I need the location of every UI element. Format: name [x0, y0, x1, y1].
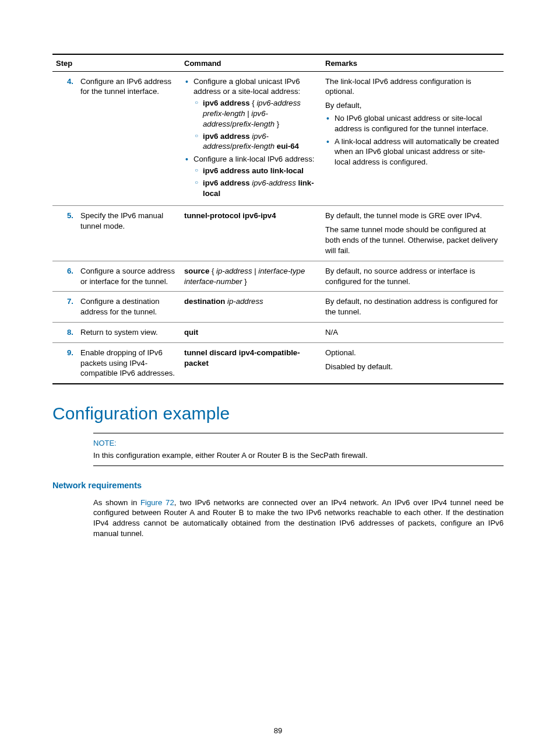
table-row: 7. Configure a destination address for t… [52, 292, 504, 323]
step-remarks: N/A [322, 322, 504, 342]
step-command: tunnel-protocol ipv6-ipv4 [181, 206, 322, 261]
step-desc: Configure a source address or interface … [77, 261, 181, 292]
step-number: 9. [52, 342, 77, 384]
step-command: destination ip-address [181, 292, 322, 323]
step-remarks: By default, no source address or interfa… [322, 261, 504, 292]
step-desc: Return to system view. [77, 322, 181, 342]
step-number: 6. [52, 261, 77, 292]
table-row: 6. Configure a source address or interfa… [52, 261, 504, 292]
step-remarks: By default, the tunnel mode is GRE over … [322, 206, 504, 261]
step-number: 4. [52, 71, 77, 206]
col-command: Command [181, 54, 322, 71]
table-row: 9. Enable dropping of IPv6 packets using… [52, 342, 504, 384]
note-text: In this configuration example, either Ro… [93, 450, 504, 461]
table-header-row: Step Command Remarks [52, 54, 504, 71]
step-command: quit [181, 322, 322, 342]
step-number: 5. [52, 206, 77, 261]
step-desc: Configure a destination address for the … [77, 292, 181, 323]
step-number: 7. [52, 292, 77, 323]
step-command: source { ip-address | interface-type int… [181, 261, 322, 292]
table-row: 5. Specify the IPv6 manual tunnel mode. … [52, 206, 504, 261]
figure-ref-link[interactable]: Figure 72 [140, 498, 174, 507]
step-desc: Configure an IPv6 address for the tunnel… [77, 71, 181, 206]
step-desc: Specify the IPv6 manual tunnel mode. [77, 206, 181, 261]
step-remarks: By default, no destination address is co… [322, 292, 504, 323]
col-step: Step [52, 54, 181, 71]
body-paragraph: As shown in Figure 72, two IPv6 networks… [93, 498, 504, 539]
col-remarks: Remarks [322, 54, 504, 71]
step-number: 8. [52, 322, 77, 342]
sub-heading: Network requirements [52, 480, 504, 492]
steps-table: Step Command Remarks 4. Configure an IPv… [52, 54, 504, 384]
step-remarks: The link-local IPv6 address configuratio… [322, 71, 504, 206]
step-remarks: Optional.Disabled by default. [322, 342, 504, 384]
note-box: NOTE: In this configuration example, eit… [93, 433, 504, 466]
step-command: Configure a global unicast IPv6 address … [181, 71, 322, 206]
step-desc: Enable dropping of IPv6 packets using IP… [77, 342, 181, 384]
table-row: 8. Return to system view. quit N/A [52, 322, 504, 342]
page-number: 89 [52, 726, 504, 736]
step-command: tunnel discard ipv4-compatible-packet [181, 342, 322, 384]
section-heading: Configuration example [52, 402, 504, 426]
note-label: NOTE: [93, 438, 504, 449]
table-row: 4. Configure an IPv6 address for the tun… [52, 71, 504, 206]
